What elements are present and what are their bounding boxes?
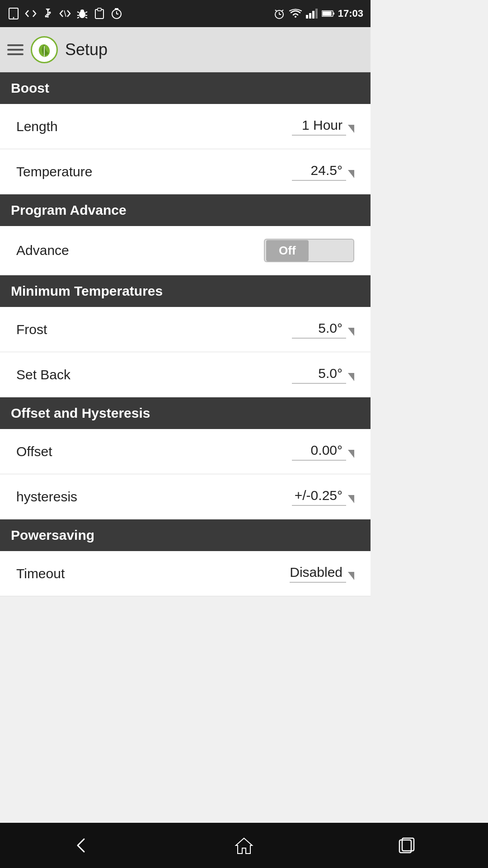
setting-setback[interactable]: Set Back 5.0° [0, 352, 371, 397]
setback-dropdown-arrow [348, 373, 354, 381]
setting-frost[interactable]: Frost 5.0° [0, 307, 371, 352]
section-boost: Boost [0, 72, 371, 104]
timeout-value: Disabled [290, 565, 346, 583]
frost-label: Frost [16, 322, 47, 337]
section-program-advance: Program Advance [0, 194, 371, 226]
status-bar: 17:03 [0, 0, 371, 27]
timer-icon [110, 7, 123, 20]
back-button[interactable] [68, 832, 95, 859]
hysteresis-label: hysteresis [16, 489, 77, 505]
timeout-value-container[interactable]: Disabled [273, 565, 354, 583]
advance-label: Advance [16, 243, 69, 258]
leaf-icon [35, 41, 53, 59]
signal-icon [305, 7, 318, 20]
offset-value: 0.00° [292, 443, 346, 461]
temperature-label: Temperature [16, 164, 92, 179]
wifi-icon [289, 7, 302, 20]
length-label: Length [16, 119, 58, 134]
svg-rect-17 [98, 8, 101, 11]
offset-label: Offset [16, 444, 52, 459]
svg-point-5 [45, 15, 47, 18]
svg-rect-29 [312, 11, 314, 19]
svg-line-15 [85, 17, 87, 18]
bug-icon [76, 7, 89, 20]
toggle-off-label[interactable]: Off [266, 240, 309, 261]
svg-marker-36 [236, 838, 252, 854]
section-offset-hysteresis: Offset and Hysteresis [0, 397, 371, 429]
temperature-value: 24.5° [292, 163, 346, 181]
frost-dropdown-arrow [348, 328, 354, 336]
usb-icon [42, 7, 54, 20]
svg-rect-30 [315, 9, 318, 19]
setting-offset[interactable]: Offset 0.00° [0, 429, 371, 474]
section-powersaving: Powersaving [0, 519, 371, 551]
setback-value-container[interactable]: 5.0° [273, 366, 354, 384]
frost-value: 5.0° [292, 321, 346, 339]
section-minimum-temperatures: Minimum Temperatures [0, 275, 371, 307]
svg-rect-28 [309, 13, 311, 19]
svg-rect-21 [115, 8, 118, 9]
setting-timeout[interactable]: Timeout Disabled [0, 551, 371, 596]
svg-rect-33 [333, 13, 334, 15]
svg-line-14 [77, 17, 79, 18]
hysteresis-value-container[interactable]: +/-0.25° [273, 488, 354, 506]
clipboard-icon [93, 7, 106, 20]
svg-point-6 [49, 12, 51, 14]
svg-point-1 [13, 17, 14, 19]
app-logo [31, 36, 58, 63]
svg-point-9 [80, 9, 84, 12]
svg-line-25 [275, 10, 277, 11]
svg-line-26 [282, 10, 283, 11]
svg-line-7 [64, 10, 66, 17]
timeout-dropdown-arrow [348, 572, 354, 580]
home-button[interactable] [230, 832, 258, 859]
svg-rect-32 [322, 11, 331, 15]
hysteresis-value: +/-0.25° [292, 488, 346, 506]
length-value: 1 Hour [292, 118, 346, 136]
status-bar-right: 17:03 [273, 7, 363, 20]
timeout-label: Timeout [16, 566, 65, 581]
status-bar-left [7, 7, 123, 20]
menu-button[interactable] [7, 44, 23, 55]
length-value-container[interactable]: 1 Hour [273, 118, 354, 136]
code2-icon [59, 7, 71, 20]
setting-length[interactable]: Length 1 Hour [0, 104, 371, 149]
hysteresis-dropdown-arrow [348, 495, 354, 503]
setting-temperature[interactable]: Temperature 24.5° [0, 149, 371, 194]
length-dropdown-arrow [348, 125, 354, 133]
svg-line-11 [85, 12, 87, 13]
temperature-value-container[interactable]: 24.5° [273, 163, 354, 181]
time-display: 17:03 [338, 8, 363, 19]
app-header: Setup [0, 27, 371, 72]
temperature-dropdown-arrow [348, 170, 354, 178]
navigation-bar [0, 823, 371, 868]
toggle-on-placeholder [310, 247, 335, 254]
setting-advance[interactable]: Advance Off [0, 226, 371, 275]
offset-value-container[interactable]: 0.00° [273, 443, 354, 461]
setting-hysteresis[interactable]: hysteresis +/-0.25° [0, 474, 371, 519]
content-area: Boost Length 1 Hour Temperature 24.5° Pr… [0, 72, 371, 868]
alarm-icon [273, 7, 286, 20]
advance-toggle[interactable]: Off [264, 239, 354, 262]
frost-value-container[interactable]: 5.0° [273, 321, 354, 339]
svg-line-10 [77, 12, 79, 13]
setback-value: 5.0° [292, 366, 346, 384]
svg-rect-27 [306, 15, 308, 19]
tablet-icon [7, 7, 20, 20]
code-icon [24, 7, 37, 20]
svg-marker-3 [46, 9, 50, 11]
offset-dropdown-arrow [348, 450, 354, 458]
setback-label: Set Back [16, 367, 70, 382]
battery-icon [322, 7, 334, 20]
app-title: Setup [65, 40, 108, 59]
